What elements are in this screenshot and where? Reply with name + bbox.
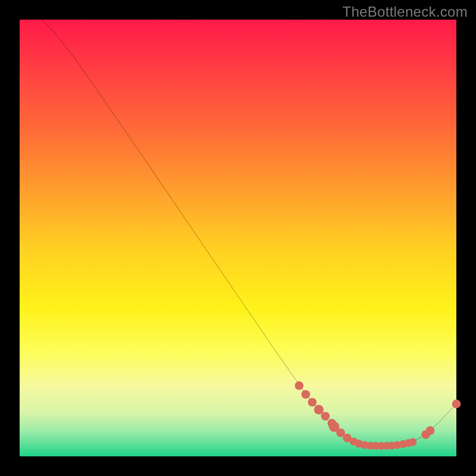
curve-marker (426, 426, 435, 435)
chart-stage: TheBottleneck.com (0, 0, 476, 476)
curve-marker (314, 405, 324, 414)
bottleneck-curve (42, 20, 456, 446)
curve-marker (308, 398, 317, 407)
curve-markers (295, 381, 461, 450)
curve-layer (20, 20, 456, 456)
curve-marker (452, 400, 461, 409)
watermark-text: TheBottleneck.com (342, 4, 468, 20)
curve-marker (301, 390, 310, 399)
curve-marker (409, 438, 416, 446)
plot-area (20, 20, 456, 456)
curve-marker (295, 381, 303, 390)
curve-marker (321, 412, 330, 421)
